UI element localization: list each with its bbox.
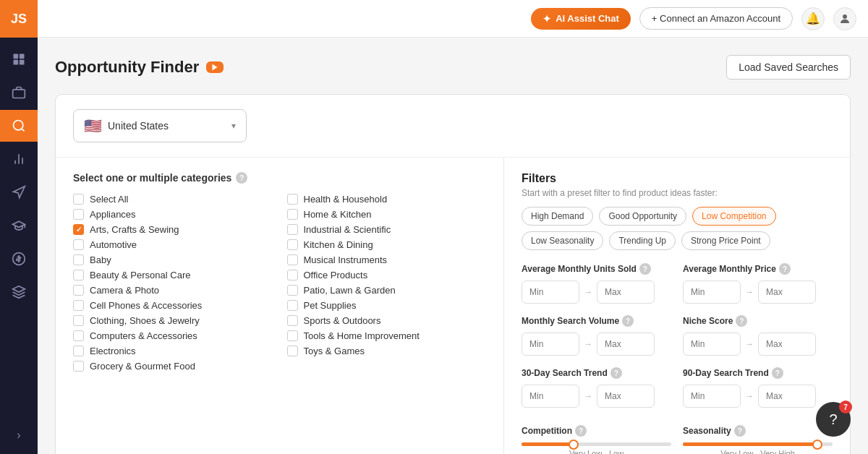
checkbox-industrial[interactable] [287,224,298,235]
sidebar-item-opportunity[interactable] [0,110,38,142]
max-input-avg-monthly-price[interactable] [758,280,816,304]
checkbox-home-kitchen[interactable] [287,209,298,220]
checkbox-arts-crafts[interactable] [73,224,84,235]
video-icon[interactable] [206,61,224,73]
checkbox-office[interactable] [287,270,298,280]
min-input-avg-monthly-units[interactable] [522,280,579,304]
checkbox-grocery[interactable] [73,361,84,372]
ai-assist-button[interactable]: ✦ AI Assist Chat [531,8,631,30]
help-icon-30-day-trend[interactable]: ? [610,367,622,379]
filter-tag-good-opportunity[interactable]: Good Opportunity [599,207,686,226]
checkbox-automotive[interactable] [73,239,84,250]
sidebar: JS › [0,0,38,454]
help-bubble[interactable]: ? 7 [816,402,851,437]
category-item-office[interactable]: Office Products [287,270,487,280]
checkbox-sports[interactable] [287,315,298,326]
sidebar-item-education[interactable] [0,210,38,241]
chevron-down-icon: ▾ [231,121,236,131]
category-item-clothing[interactable]: Clothing, Shoes & Jewelry [73,315,273,326]
category-item-pet[interactable]: Pet Supplies [287,300,487,311]
help-icon-avg-monthly-price[interactable]: ? [779,263,791,275]
filters-column: Filters Start with a preset filter to fi… [504,158,850,454]
sidebar-item-hat[interactable] [0,276,38,308]
max-input-30-day-trend[interactable] [597,385,655,408]
category-item-select-all[interactable]: Select All [73,194,273,205]
connect-amazon-button[interactable]: + Connect an Amazon Account [639,7,793,30]
load-saved-searches-button[interactable]: Load Saved Searches [726,55,851,80]
checkbox-appliances[interactable] [73,209,84,220]
min-input-30-day-trend[interactable] [522,385,579,408]
checkbox-baby[interactable] [73,254,84,265]
min-input-avg-monthly-price[interactable] [683,280,741,304]
page-title-row: Opportunity Finder [55,58,224,77]
checkbox-camera[interactable] [73,285,84,296]
min-input-niche-score[interactable] [683,333,741,356]
filter-tag-trending-up[interactable]: Trending Up [609,231,676,250]
category-item-sports[interactable]: Sports & Outdoors [287,315,487,326]
help-icon-slider-competition[interactable]: ? [575,425,587,437]
checkbox-kitchen[interactable] [287,239,298,250]
sidebar-expand-button[interactable]: › [0,422,38,448]
category-item-appliances[interactable]: Appliances [73,209,273,220]
category-item-arts-crafts[interactable]: Arts, Crafts & Sewing [73,224,273,235]
categories-help-icon[interactable]: ? [236,172,247,184]
category-item-toys[interactable]: Toys & Games [287,346,487,356]
checkbox-cell-phones[interactable] [73,300,84,311]
checkbox-pet[interactable] [287,300,298,311]
slider-track-competition[interactable] [522,442,671,446]
checkbox-select-all[interactable] [73,194,84,205]
help-icon-slider-seasonality[interactable]: ? [734,425,746,437]
user-avatar[interactable] [833,7,856,30]
min-input-90-day-trend[interactable] [683,385,741,408]
filter-group-avg-monthly-units: Average Monthly Units Sold ?→ [522,263,671,304]
filter-tag-low-seasonality[interactable]: Low Seasonality [522,231,603,250]
filter-tag-low-competition[interactable]: Low Competition [692,207,775,226]
category-item-home-kitchen[interactable]: Home & Kitchen [287,209,487,220]
category-item-health[interactable]: Health & Household [287,194,487,205]
category-item-beauty[interactable]: Beauty & Personal Care [73,270,273,280]
checkbox-clothing[interactable] [73,315,84,326]
country-select[interactable]: 🇺🇸 United States ▾ [73,109,247,142]
range-inputs-90-day-trend: → [683,385,833,408]
category-item-grocery[interactable]: Grocery & Gourmet Food [73,361,273,372]
checkbox-tools[interactable] [287,330,298,341]
category-item-baby[interactable]: Baby [73,254,273,265]
checkbox-musical[interactable] [287,254,298,265]
checkbox-health[interactable] [287,194,298,205]
slider-track-seasonality[interactable] [683,442,833,446]
help-icon-avg-monthly-units[interactable]: ? [639,263,651,275]
max-input-avg-monthly-units[interactable] [597,280,655,304]
category-item-industrial[interactable]: Industrial & Scientific [287,224,487,235]
checkbox-patio[interactable] [287,285,298,296]
category-item-cell-phones[interactable]: Cell Phones & Accessories [73,300,273,311]
slider-thumb-competition[interactable] [569,440,579,450]
category-item-computers[interactable]: Computers & Accessories [73,330,273,341]
sidebar-item-money[interactable] [0,243,38,275]
category-item-patio[interactable]: Patio, Lawn & Garden [287,285,487,296]
help-icon-monthly-search-volume[interactable]: ? [622,315,634,327]
slider-thumb-seasonality[interactable] [812,440,822,450]
category-item-musical[interactable]: Musical Instruments [287,254,487,265]
checkbox-beauty[interactable] [73,270,84,280]
sidebar-item-products[interactable] [0,77,38,108]
category-item-camera[interactable]: Camera & Photo [73,285,273,296]
checkbox-electronics[interactable] [73,346,84,356]
checkbox-computers[interactable] [73,330,84,341]
filter-tag-high-demand[interactable]: High Demand [522,207,593,226]
category-item-electronics[interactable]: Electronics [73,346,273,356]
sidebar-item-dashboard[interactable] [0,43,38,75]
category-item-automotive[interactable]: Automotive [73,239,273,250]
sidebar-item-campaigns[interactable] [0,176,38,208]
checkbox-toys[interactable] [287,346,298,356]
category-item-tools[interactable]: Tools & Home Improvement [287,330,487,341]
sidebar-item-analytics[interactable] [0,143,38,175]
notification-bell[interactable]: 🔔 [801,7,825,30]
max-input-monthly-search-volume[interactable] [597,333,655,356]
help-icon-90-day-trend[interactable]: ? [772,367,783,379]
help-icon-niche-score[interactable]: ? [736,315,747,327]
category-item-kitchen[interactable]: Kitchen & Dining [287,239,487,250]
min-input-monthly-search-volume[interactable] [522,333,579,356]
filter-tag-strong-price[interactable]: Strong Price Point [681,231,770,250]
max-input-niche-score[interactable] [758,333,816,356]
max-input-90-day-trend[interactable] [758,385,816,408]
